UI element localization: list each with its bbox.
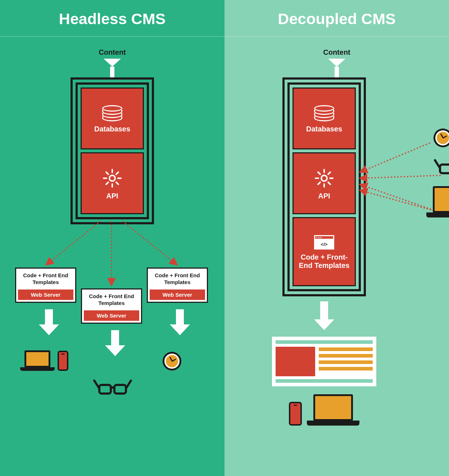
laptop-icon [307, 394, 359, 426]
decoupled-title: Decoupled CMS [278, 0, 395, 36]
backend-inner-box: Databases API [76, 82, 149, 219]
laptop-icon [426, 186, 449, 217]
databases-label: Databases [306, 125, 342, 133]
backend-outer-box: Databases API </> C [282, 77, 366, 296]
divider [0, 36, 224, 37]
solid-arrows-row [0, 307, 224, 347]
decoupled-column: Decoupled CMS Content Databases [224, 0, 449, 476]
gear-icon [314, 168, 334, 188]
browser-code-icon: </> [314, 235, 334, 250]
phone-icon [58, 351, 68, 371]
gear-icon [102, 168, 122, 188]
frontend-card: </> Code + Front-End Templates [292, 217, 356, 286]
laptop-icon [20, 350, 55, 371]
server-card-1: Code + Front End Templates Web Server [15, 268, 76, 303]
server-card-3: Code + Front End Templates Web Server [147, 268, 208, 303]
funnel-icon [328, 59, 345, 78]
api-card: API [292, 152, 356, 214]
glasses-icon [93, 377, 132, 397]
api-label: API [106, 192, 118, 200]
server-cards-area: Code + Front End Templates Web Server Co… [0, 224, 224, 307]
svg-line-9 [361, 185, 437, 211]
bottom-devices [289, 394, 359, 426]
webpage-mock-icon [272, 337, 376, 386]
databases-label: Databases [94, 125, 130, 133]
content-label: Content [99, 48, 126, 57]
server-card-1-title: Code + Front End Templates [16, 269, 75, 289]
devices-row [0, 347, 224, 412]
arrow-down-icon [314, 301, 334, 330]
api-label: API [318, 192, 330, 200]
watch-icon [159, 348, 185, 374]
headless-title: Headless CMS [59, 0, 165, 36]
api-card: API [81, 152, 144, 214]
svg-rect-11 [440, 165, 449, 173]
database-icon [102, 105, 122, 121]
svg-point-0 [109, 175, 115, 181]
frontend-label: Code + Front-End Templates [296, 253, 352, 270]
phone-icon [289, 402, 302, 426]
server-card-1-sub: Web Server [18, 289, 73, 300]
headless-column: Headless CMS Content Databases [0, 0, 224, 476]
arrow-down-icon [39, 309, 59, 335]
databases-card: Databases [81, 87, 144, 149]
watch-icon [430, 125, 449, 151]
server-card-3-sub: Web Server [150, 289, 205, 300]
side-devices [434, 129, 449, 217]
glasses-icon [434, 157, 449, 177]
svg-line-8 [361, 175, 441, 178]
arrow-down-icon [170, 309, 190, 335]
content-label: Content [323, 48, 350, 57]
diagram-root: Headless CMS Content Databases [0, 0, 449, 476]
backend-outer-box: Databases API [71, 77, 154, 224]
svg-rect-4 [99, 385, 111, 394]
svg-point-6 [321, 175, 327, 181]
server-card-3-title: Code + Front End Templates [148, 269, 207, 289]
databases-card: Databases [292, 87, 356, 149]
funnel-icon [104, 59, 121, 78]
svg-line-7 [361, 143, 430, 172]
backend-inner-box: Databases API </> C [287, 82, 361, 291]
divider [224, 36, 449, 37]
database-icon [314, 105, 334, 121]
svg-rect-5 [114, 385, 126, 394]
